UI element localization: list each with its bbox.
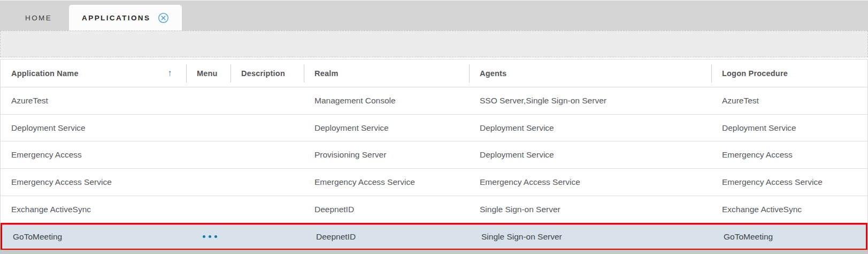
column-header-description[interactable]: Description (231, 59, 304, 87)
table-row[interactable]: Emergency Access Service Emergency Acces… (1, 169, 867, 196)
cell-agents: Deployment Service (469, 123, 711, 133)
cell-realm: Emergency Access Service (304, 177, 469, 187)
tab-applications[interactable]: APPLICATIONS (69, 5, 182, 31)
cell-application-name: AzureTest (1, 96, 186, 106)
cell-application-name: Deployment Service (1, 123, 186, 133)
collapsed-toolbar-panel (0, 31, 868, 57)
cell-logon-procedure: AzureTest (711, 96, 867, 106)
table-row-selected[interactable]: GoToMeeting DeepnetID Single Sign-on Ser… (1, 223, 867, 250)
cell-logon-procedure: Deployment Service (711, 123, 867, 133)
table-row[interactable]: Deployment Service Deployment Service De… (1, 115, 867, 142)
tab-applications-label: APPLICATIONS (82, 14, 150, 22)
column-header-menu-label: Menu (197, 69, 218, 78)
cell-realm: Management Console (304, 96, 469, 106)
tab-home[interactable]: HOME (19, 5, 58, 31)
cell-agents: SSO Server,Single Sign-on Server (469, 96, 711, 106)
column-header-menu[interactable]: Menu (186, 59, 231, 87)
column-header-description-label: Description (241, 69, 285, 78)
cell-realm: DeepnetID (304, 205, 469, 214)
sort-ascending-icon: ↑ (167, 68, 172, 79)
app-window: HOME APPLICATIONS Application Name ↑ Men… (0, 0, 868, 254)
cell-menu (188, 232, 232, 241)
cell-agents: Emergency Access Service (469, 177, 711, 187)
cell-logon-procedure: GoToMeeting (713, 232, 866, 242)
column-header-logon-procedure[interactable]: Logon Procedure (711, 59, 867, 87)
cell-agents: Single Sign-on Server (469, 205, 711, 214)
cell-application-name: Exchange ActiveSync (1, 205, 186, 214)
cell-logon-procedure: Exchange ActiveSync (711, 205, 867, 214)
cell-realm: DeepnetID (305, 232, 471, 242)
cell-realm: Provisioning Server (304, 150, 469, 160)
column-header-realm[interactable]: Realm (304, 59, 469, 87)
cell-logon-procedure: Emergency Access (711, 150, 867, 160)
horizontal-scrollbar-track[interactable] (0, 250, 868, 254)
table-row[interactable]: Emergency Access Provisioning Server Dep… (1, 141, 867, 169)
column-header-application-name-label: Application Name (11, 69, 79, 78)
cell-application-name: GoToMeeting (2, 232, 188, 242)
table-row[interactable]: AzureTest Management Console SSO Server,… (1, 87, 867, 115)
cell-application-name: Emergency Access (1, 150, 186, 160)
cell-realm: Deployment Service (304, 123, 469, 133)
cell-logon-procedure: Emergency Access Service (711, 177, 867, 187)
column-header-realm-label: Realm (314, 69, 339, 78)
tab-home-label: HOME (25, 14, 52, 22)
tab-close-icon[interactable] (158, 12, 169, 24)
column-header-agents-label: Agents (480, 69, 506, 78)
column-header-application-name[interactable]: Application Name ↑ (1, 59, 186, 87)
cell-application-name: Emergency Access Service (1, 177, 186, 187)
table-header-row: Application Name ↑ Menu Description Real… (1, 59, 867, 87)
applications-table: Application Name ↑ Menu Description Real… (0, 59, 868, 250)
column-header-agents[interactable]: Agents (469, 59, 711, 87)
cell-agents: Single Sign-on Server (471, 232, 713, 242)
column-header-logon-procedure-label: Logon Procedure (722, 69, 788, 78)
row-actions-ellipsis-icon[interactable] (201, 232, 219, 241)
tab-bar: HOME APPLICATIONS (0, 0, 868, 31)
cell-agents: Deployment Service (469, 150, 711, 160)
table-row[interactable]: Exchange ActiveSync DeepnetID Single Sig… (1, 196, 867, 223)
